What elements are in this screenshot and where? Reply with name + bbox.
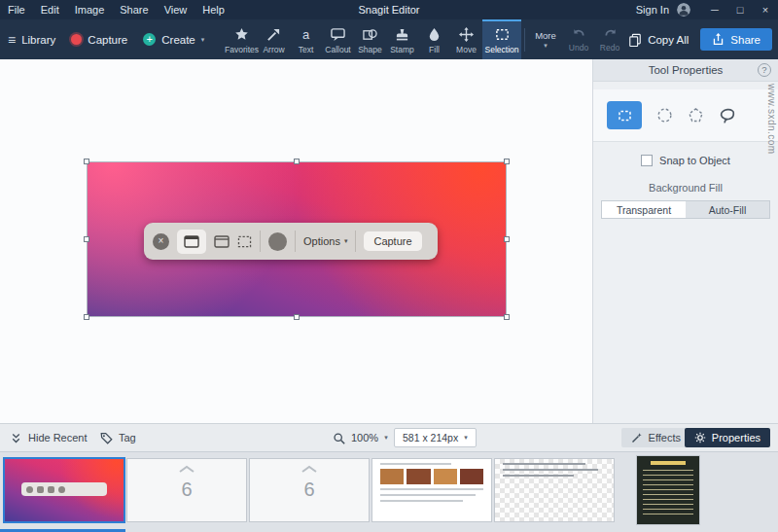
resize-handle[interactable] (294, 314, 300, 320)
redo-button[interactable]: Redo (594, 19, 625, 59)
capture-region-icon (237, 235, 252, 248)
text-line-graphic (503, 463, 585, 465)
menu-share[interactable]: Share (112, 0, 156, 19)
maximize-button[interactable]: □ (727, 0, 753, 19)
tool-arrow[interactable]: Arrow (258, 19, 290, 59)
help-icon[interactable]: ? (758, 63, 771, 77)
resize-handle[interactable] (504, 159, 510, 164)
capture-button[interactable]: Capture (71, 34, 127, 46)
tag-button[interactable]: Tag (100, 424, 136, 451)
auto-fill-option[interactable]: Auto-Fill (686, 201, 769, 218)
capture-action-label: Capture (364, 231, 421, 251)
thumbnail-transparent-doc[interactable] (495, 459, 614, 521)
chevron-up-icon (127, 465, 246, 473)
letter-a-icon: a (302, 27, 309, 42)
thumbnail-stack-1[interactable]: 6 (127, 459, 246, 521)
polygon-selection-button[interactable] (688, 107, 704, 124)
sign-in-link[interactable]: Sign In (636, 4, 669, 16)
resize-handle[interactable] (504, 236, 510, 242)
chevron-down-icon: ▾ (344, 237, 348, 245)
menu-edit[interactable]: Edit (33, 0, 67, 19)
tool-favorites[interactable]: Favorites (226, 19, 258, 59)
text-line-graphic (380, 463, 451, 465)
resize-handle[interactable] (84, 236, 89, 242)
rect-selection-button[interactable] (607, 101, 642, 129)
screenshot-capture-toolbar: × Options ▾ Capture (144, 223, 438, 260)
hide-recent-button[interactable]: Hide Recent (10, 424, 88, 451)
close-icon: × (153, 233, 169, 250)
library-button[interactable]: ≡ Library (8, 32, 55, 48)
selected-image[interactable]: × Options ▾ Capture (88, 162, 506, 316)
create-button[interactable]: + Create ▾ (143, 33, 204, 46)
tool-text[interactable]: a Text (290, 19, 322, 59)
snap-to-object-checkbox[interactable] (641, 155, 653, 166)
tool-move[interactable]: Move (450, 19, 482, 59)
tool-strip: Favorites Arrow a Text Callout Shape Sta… (226, 19, 625, 59)
hamburger-icon: ≡ (8, 32, 16, 48)
share-button[interactable]: Share (700, 28, 772, 51)
resize-handle[interactable] (294, 159, 300, 164)
thumbnail-capture-selected[interactable] (5, 459, 124, 521)
properties-button[interactable]: Properties (685, 424, 770, 451)
menu-help[interactable]: Help (194, 0, 232, 19)
canvas-size-dropdown[interactable]: 581 x 214px ▾ (394, 424, 477, 451)
callout-icon (331, 27, 345, 42)
resize-handle[interactable] (504, 314, 510, 320)
shape-icon (363, 27, 377, 42)
background-fill-label: Background Fill (593, 182, 778, 194)
capture-label: Capture (88, 34, 127, 46)
zoom-control[interactable]: 100% ▾ (333, 424, 388, 451)
capture-screen-icon (177, 230, 206, 254)
resize-handle[interactable] (84, 159, 89, 164)
close-button[interactable]: × (753, 0, 778, 19)
snap-to-object-row: Snap to Object (593, 155, 778, 166)
wand-icon (631, 432, 643, 443)
minimize-button[interactable]: ─ (702, 0, 727, 19)
title-bar: File Edit Image Share View Help Snagit E… (0, 0, 778, 19)
editor-canvas[interactable]: × Options ▾ Capture (0, 59, 592, 423)
tool-selection[interactable]: Selection (482, 19, 521, 59)
menu-image[interactable]: Image (67, 0, 113, 19)
undo-button[interactable]: Undo (563, 19, 594, 59)
move-icon (459, 27, 474, 42)
thumbnail-webpage[interactable] (372, 459, 491, 521)
effects-button[interactable]: Effects (621, 424, 690, 451)
chevron-down-icon: ▾ (201, 36, 205, 44)
fill-icon (427, 27, 442, 42)
user-avatar-icon[interactable] (677, 3, 690, 17)
chevron-down-icon: ▾ (544, 42, 548, 50)
thumbnail-toolbar-graphic (21, 482, 107, 496)
options-label: Options ▾ (303, 235, 347, 247)
share-icon (712, 33, 725, 46)
menu-file[interactable]: File (0, 0, 33, 19)
redo-icon (603, 26, 618, 41)
text-line-graphic (380, 488, 483, 490)
ellipse-selection-button[interactable] (656, 107, 673, 124)
panel-title: Tool Properties (649, 64, 724, 76)
selection-shape-row (593, 89, 778, 142)
tool-callout[interactable]: Callout (322, 19, 354, 59)
star-icon (234, 27, 249, 42)
stack-count: 6 (250, 479, 369, 501)
thumbnail-dark-menu[interactable] (637, 456, 699, 524)
chevron-down-icon: ▾ (384, 434, 388, 442)
resize-handle[interactable] (84, 314, 89, 320)
gear-icon (694, 432, 706, 443)
recent-captures-tray: 6 6 (0, 451, 778, 532)
tool-fill[interactable]: Fill (418, 19, 450, 59)
toolbar-divider (355, 231, 356, 252)
tool-stamp[interactable]: Stamp (386, 19, 418, 59)
thumbnail-stack-2[interactable]: 6 (250, 459, 369, 521)
lasso-selection-button[interactable] (719, 107, 737, 124)
toolbar-divider (295, 231, 296, 252)
undo-icon (572, 26, 586, 41)
create-plus-icon: + (143, 33, 156, 46)
library-label: Library (21, 34, 55, 46)
menu-view[interactable]: View (157, 0, 195, 19)
magnifier-icon (333, 432, 345, 444)
menu-title-graphic (651, 461, 686, 465)
transparent-option[interactable]: Transparent (602, 201, 686, 218)
tool-shape[interactable]: Shape (354, 19, 386, 59)
copy-all-button[interactable]: Copy All (628, 33, 689, 47)
more-button[interactable]: More ▾ (528, 19, 563, 59)
